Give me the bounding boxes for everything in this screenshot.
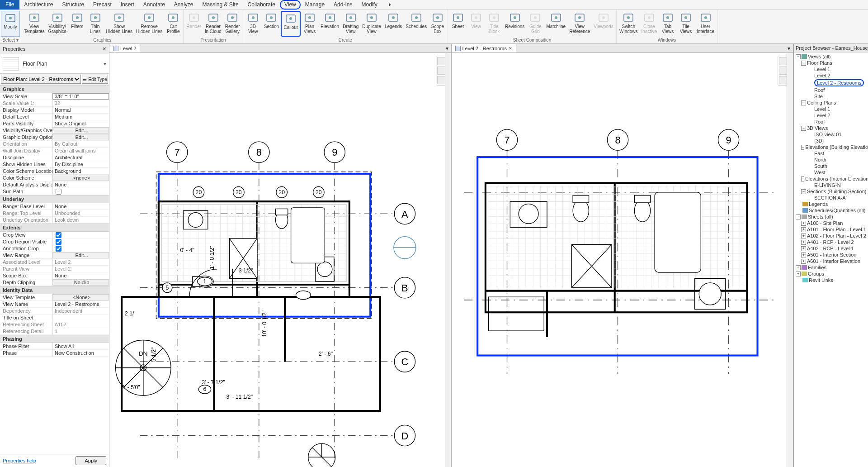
prop-group-extents[interactable]: Extents [0,224,109,232]
tree-node[interactable]: +A401 - RCP - Level 2 [795,239,867,245]
tree-node[interactable]: North [795,157,867,163]
expand-icon[interactable]: + [796,272,801,276]
prop-value[interactable]: Edit... [52,252,109,258]
menu-addins[interactable]: Add-Ins [329,0,357,10]
checkbox[interactable] [56,189,61,195]
expand-icon[interactable]: − [801,100,806,105]
tree-node[interactable]: +A402 - RCP - Level 1 [795,245,867,252]
view-tab-level2[interactable]: Level 2 [109,44,140,52]
menu-structure[interactable]: Structure [57,0,89,10]
tree-node[interactable]: Schedules/Quantities (all) [795,207,867,214]
prop-value[interactable]: None [52,203,109,210]
tree-node[interactable]: Legends [795,201,867,207]
scope-button[interactable]: ScopeBox [429,11,447,37]
prop-value[interactable]: Show All [52,343,109,349]
prop-value[interactable] [52,245,109,252]
duplicate-button[interactable]: DuplicateView [360,11,383,37]
tree-node[interactable]: +A102 - Floor Plan - Level 2 [795,233,867,239]
expand-icon[interactable]: + [801,227,806,232]
tree-node[interactable]: Site [795,93,867,100]
prop-value[interactable]: <none> [52,175,109,181]
tab-menu-icon[interactable]: ▾ [785,45,793,52]
prop-value[interactable]: 3/8" = 1'-0" [52,93,109,100]
properties-close-icon[interactable]: × [103,45,106,52]
view-tab-restrooms[interactable]: Level 2 - Restrooms × [452,44,516,52]
scrollbar-vertical[interactable] [787,53,793,467]
tree-node[interactable]: −Sheets (all) [795,214,867,220]
prop-value[interactable] [52,232,109,238]
cursor-button[interactable]: Modify [1,11,20,37]
cut-button[interactable]: CutProfile [164,11,182,37]
expand-icon[interactable]: − [801,189,806,194]
viewref-button[interactable]: ViewReference [567,11,592,37]
tree-node[interactable]: Roof [795,119,867,125]
filters-button[interactable]: Filters [68,11,86,37]
type-selector[interactable]: Floor Plan ▾ [0,54,109,74]
apply-button[interactable]: Apply [75,456,106,465]
tree-node[interactable]: Level 2 - Restrooms [795,79,867,87]
menu-view[interactable]: View [280,0,301,10]
menu-massing[interactable]: Massing & Site [198,0,243,10]
cloud-button[interactable]: Renderin Cloud [203,11,223,37]
ui-button[interactable]: UserInterface [695,11,716,37]
visibility-button[interactable]: Visibility/Graphics [47,11,68,37]
checkbox[interactable] [56,246,61,252]
tree-node[interactable]: +A101 - Floor Plan - Level 1 [795,226,867,233]
elevation-button[interactable]: Elevation [319,11,341,37]
prop-value[interactable]: Edit... [52,134,109,140]
checkbox[interactable] [56,232,61,238]
file-menu[interactable]: File [0,0,19,10]
legends-button[interactable]: Legends [383,11,404,37]
tree-node[interactable]: Level 2 [795,72,867,79]
expand-icon[interactable]: − [801,126,806,131]
prop-value[interactable]: <None> [52,294,109,300]
3d-button[interactable]: 3DView [244,11,262,37]
expand-icon[interactable]: − [801,145,804,150]
expand-icon[interactable]: + [801,234,806,238]
prop-value[interactable]: Show Original [52,120,109,127]
show-hidden-button[interactable]: ShowHidden Lines [104,11,134,37]
canvas-restrooms[interactable]: 7 8 9 [452,53,794,467]
tree-node[interactable]: +A501 - Interior Section [795,252,867,258]
tree-node[interactable]: −Floor Plans [795,60,867,66]
menu-collaborate[interactable]: Collaborate [243,0,280,10]
drafting-button[interactable]: DraftingView [341,11,360,37]
scrollbar-vertical[interactable] [445,53,451,467]
menu-analyze[interactable]: Analyze [170,0,198,10]
section-button[interactable]: Section [262,11,281,37]
prop-value[interactable]: None [52,272,109,279]
expand-icon[interactable]: − [796,214,801,219]
tree-node[interactable]: −Views (all) [795,53,867,60]
menu-insert[interactable]: Insert [116,0,139,10]
tree-node[interactable]: E-LIVING-N [795,182,867,188]
prop-value[interactable] [52,188,109,195]
tree-node[interactable]: Level 2 [795,112,867,119]
tree-node[interactable]: Revit Links [795,277,867,283]
prop-value[interactable]: Medium [52,114,109,120]
menu-manage[interactable]: Manage [301,0,329,10]
edit-type-button[interactable]: ☰ Edit Type [82,75,108,84]
remove-hidden-button[interactable]: RemoveHidden Lines [134,11,164,37]
canvas-level2[interactable]: 7 8 9 A B C D [109,53,452,467]
expand-icon[interactable]: − [801,176,804,181]
prop-value[interactable]: New Construction [52,350,109,356]
matchline-button[interactable]: Matchline [544,11,567,37]
properties-filter[interactable]: Floor Plan: Level 2 - Restrooms [1,75,81,84]
properties-help-link[interactable]: Properties help [3,458,36,463]
schedules-button[interactable]: Schedules [404,11,429,37]
prop-group-phasing[interactable]: Phasing [0,335,109,343]
expand-icon[interactable]: + [801,221,806,226]
expand-icon[interactable]: − [801,61,806,66]
menu-annotate[interactable]: Annotate [139,0,170,10]
tile-button[interactable]: TileViews [677,11,695,37]
tree-node[interactable]: +Families [795,264,867,271]
tree-node[interactable]: −Sections (Building Section) [795,188,867,195]
tree-node[interactable]: {3D} [795,138,867,144]
tree-node[interactable]: +A100 - Site Plan [795,220,867,226]
callout-button[interactable]: Callout [281,11,301,37]
checkbox[interactable] [56,239,61,245]
revisions-button[interactable]: Revisions [503,11,526,37]
prop-value[interactable] [52,315,109,321]
tree-node[interactable]: East [795,150,867,157]
expand-icon[interactable]: + [801,246,806,251]
